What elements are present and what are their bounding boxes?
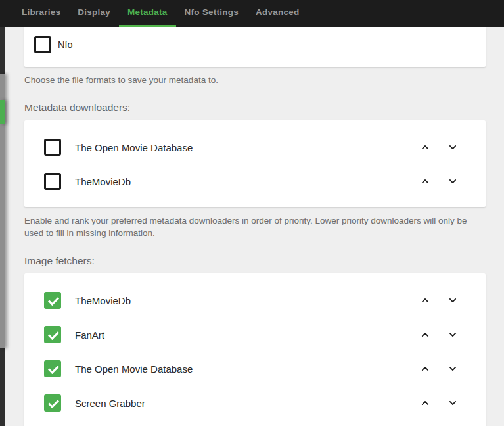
move-down-button[interactable] xyxy=(446,328,459,341)
move-up-button[interactable] xyxy=(419,141,432,154)
fetcher-checkbox[interactable] xyxy=(44,292,61,309)
downloader-label: The Open Movie Database xyxy=(75,142,419,153)
save-formats-card: Nfo xyxy=(24,27,486,67)
move-down-button[interactable] xyxy=(446,141,459,154)
fetcher-label: Screen Grabber xyxy=(75,398,419,409)
reorder-actions xyxy=(419,362,459,375)
chevron-down-icon xyxy=(446,362,459,375)
list-item: Screen Grabber xyxy=(24,386,486,420)
move-up-button[interactable] xyxy=(419,396,432,410)
metadata-settings-content: Nfo Choose the file formats to save your… xyxy=(24,27,486,426)
nav-drawer-edge xyxy=(0,27,5,426)
chevron-up-icon xyxy=(419,294,432,307)
metadata-downloaders-caption: Enable and rank your preferred metadata … xyxy=(24,214,484,239)
list-item: TheMovieDb xyxy=(24,283,486,318)
fetcher-label: The Open Movie Database xyxy=(75,364,419,375)
nfo-checkbox-label: Nfo xyxy=(58,36,73,50)
chevron-up-icon xyxy=(419,328,432,341)
tab-libraries[interactable]: Libraries xyxy=(13,0,69,27)
move-down-button[interactable] xyxy=(446,396,459,410)
downloader-checkbox[interactable] xyxy=(44,173,61,190)
downloader-label: TheMovieDb xyxy=(75,176,419,187)
reorder-actions xyxy=(419,294,459,307)
save-formats-caption: Choose the file formats to save your met… xyxy=(24,74,484,86)
reorder-actions xyxy=(419,328,459,341)
image-fetchers-card: TheMovieDb FanArt xyxy=(24,273,486,426)
fetcher-label: TheMovieDb xyxy=(75,295,419,306)
move-up-button[interactable] xyxy=(419,175,432,188)
reorder-actions xyxy=(419,396,459,410)
tab-nfo-settings[interactable]: Nfo Settings xyxy=(176,0,248,27)
image-fetchers-heading: Image fetchers: xyxy=(24,255,486,267)
fetcher-label: FanArt xyxy=(75,329,419,341)
move-up-button[interactable] xyxy=(419,294,432,307)
move-down-button[interactable] xyxy=(446,294,459,307)
fetcher-checkbox[interactable] xyxy=(44,326,61,343)
move-down-button[interactable] xyxy=(446,175,459,188)
chevron-down-icon xyxy=(446,328,459,341)
chevron-up-icon xyxy=(419,175,432,188)
tab-display[interactable]: Display xyxy=(69,0,119,27)
chevron-down-icon xyxy=(446,294,459,307)
nfo-checkbox[interactable] xyxy=(34,36,51,53)
list-item: The Open Movie Database xyxy=(24,130,486,164)
fetcher-checkbox[interactable] xyxy=(44,394,61,412)
move-up-button[interactable] xyxy=(419,362,432,375)
active-nav-indicator xyxy=(0,100,5,124)
move-down-button[interactable] xyxy=(446,362,459,375)
chevron-up-icon xyxy=(419,141,432,154)
tab-metadata[interactable]: Metadata xyxy=(119,0,176,27)
settings-tab-bar: Libraries Display Metadata Nfo Settings … xyxy=(0,0,504,27)
list-item: The Open Movie Database xyxy=(24,352,486,386)
downloader-checkbox[interactable] xyxy=(44,139,61,156)
chevron-down-icon xyxy=(446,175,459,188)
list-item: TheMovieDb xyxy=(24,164,486,199)
list-item: FanArt xyxy=(24,318,486,352)
metadata-downloaders-card: The Open Movie Database TheMovieDb xyxy=(24,120,486,207)
reorder-actions xyxy=(419,175,459,188)
reorder-actions xyxy=(419,141,459,154)
chevron-down-icon xyxy=(446,141,459,154)
chevron-up-icon xyxy=(419,362,432,375)
fetcher-checkbox[interactable] xyxy=(44,360,61,377)
tab-advanced[interactable]: Advanced xyxy=(247,0,308,27)
chevron-down-icon xyxy=(446,396,459,410)
metadata-downloaders-heading: Metadata downloaders: xyxy=(24,102,486,114)
move-up-button[interactable] xyxy=(419,328,432,341)
chevron-up-icon xyxy=(419,396,432,410)
